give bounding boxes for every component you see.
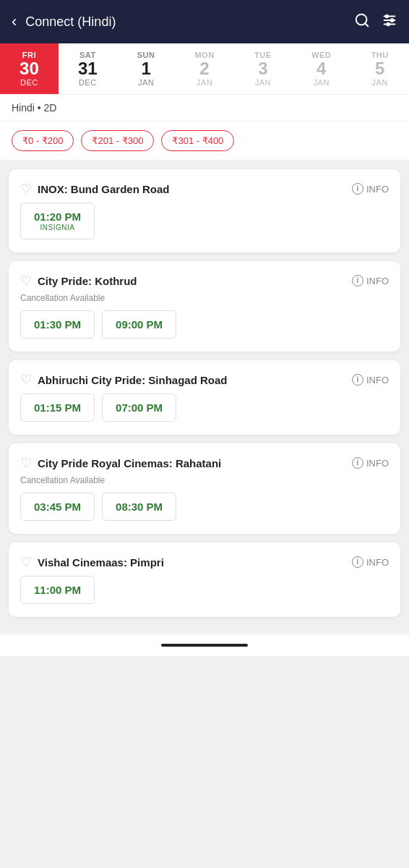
cinema-header: ♡ Vishal Cinemaas: Pimpri i INFO xyxy=(20,554,389,570)
date-month: JAN xyxy=(314,78,330,87)
info-button[interactable]: i INFO xyxy=(352,374,389,386)
favorite-icon[interactable]: ♡ xyxy=(20,554,32,570)
showtime-time: 01:15 PM xyxy=(34,401,81,414)
cinema-name: INOX: Bund Garden Road xyxy=(38,183,170,195)
showtime-button[interactable]: 07:00 PM xyxy=(102,393,176,422)
showtime-time: 11:00 PM xyxy=(34,584,81,596)
cinema-card-city-pride-royal: ♡ City Pride Royal Cinemas: Rahatani i I… xyxy=(9,443,400,534)
showtime-button[interactable]: 08:30 PM xyxy=(102,493,176,521)
favorite-icon[interactable]: ♡ xyxy=(20,181,32,197)
info-button[interactable]: i INFO xyxy=(352,556,389,568)
language-filter-text: Hindi • 2D xyxy=(12,102,56,114)
date-picker: FRI 30 DEC SAT 31 DEC SUN 1 JAN MON 2 JA… xyxy=(0,43,409,95)
showtime-button[interactable]: 01:30 PM xyxy=(20,310,95,339)
back-button[interactable]: ‹ xyxy=(12,14,17,30)
cinema-name: City Pride: Kothrud xyxy=(38,275,137,287)
date-number: 3 xyxy=(258,59,267,78)
showtime-button[interactable]: 03:45 PM xyxy=(20,493,95,521)
date-item-thu-5[interactable]: THU 5 JAN xyxy=(350,43,409,94)
svg-point-5 xyxy=(386,14,389,17)
price-chip-chip-301-400[interactable]: ₹301 - ₹400 xyxy=(161,130,234,151)
showtime-row: 11:00 PM xyxy=(20,576,389,604)
favorite-icon[interactable]: ♡ xyxy=(20,455,32,471)
cinema-name: City Pride Royal Cinemas: Rahatani xyxy=(38,457,221,469)
cinema-name-row: ♡ INOX: Bund Garden Road xyxy=(20,181,170,197)
date-item-sat-31[interactable]: SAT 31 DEC xyxy=(59,43,117,94)
info-button[interactable]: i INFO xyxy=(352,183,389,195)
date-item-tue-3[interactable]: TUE 3 JAN xyxy=(233,43,292,94)
info-circle-icon: i xyxy=(352,275,363,286)
cinema-name-row: ♡ City Pride: Kothrud xyxy=(20,273,137,289)
showtime-row: 01:20 PM INSIGNIA xyxy=(20,203,389,239)
showtime-time: 09:00 PM xyxy=(116,318,163,331)
date-item-sun-1[interactable]: SUN 1 JAN xyxy=(117,43,176,94)
date-number: 2 xyxy=(199,59,209,78)
cancellation-text: Cancellation Available xyxy=(20,475,389,485)
date-month: JAN xyxy=(138,78,154,87)
showtime-time: 01:30 PM xyxy=(34,318,81,331)
price-chip-chip-201-300[interactable]: ₹201 - ₹300 xyxy=(81,130,154,151)
date-item-wed-4[interactable]: WED 4 JAN xyxy=(292,43,350,94)
bottom-bar xyxy=(0,634,409,656)
cinema-name: Abhiruchi City Pride: Sinhagad Road xyxy=(38,374,228,386)
showtime-button[interactable]: 01:15 PM xyxy=(20,393,95,422)
info-label: INFO xyxy=(366,458,389,469)
svg-line-1 xyxy=(365,23,368,26)
price-filter-row: ₹0 - ₹200₹201 - ₹300₹301 - ₹400 xyxy=(0,122,409,161)
date-number: 1 xyxy=(141,59,150,78)
date-number: 31 xyxy=(78,59,98,78)
home-indicator xyxy=(161,644,248,647)
info-label: INFO xyxy=(366,375,389,386)
cinema-name-row: ♡ City Pride Royal Cinemas: Rahatani xyxy=(20,455,221,471)
svg-point-7 xyxy=(387,22,389,25)
app-header: ‹ Connect (Hindi) xyxy=(0,0,409,43)
cinema-name-row: ♡ Vishal Cinemaas: Pimpri xyxy=(20,554,164,570)
date-number: 30 xyxy=(20,59,39,78)
date-month: DEC xyxy=(20,78,38,87)
cinema-list: ♡ INOX: Bund Garden Road i INFO 01:20 PM… xyxy=(0,161,409,634)
showtime-row: 03:45 PM 08:30 PM xyxy=(20,493,389,521)
cinema-header: ♡ Abhiruchi City Pride: Sinhagad Road i … xyxy=(20,372,389,388)
date-item-mon-2[interactable]: MON 2 JAN xyxy=(176,43,234,94)
showtime-row: 01:30 PM 09:00 PM xyxy=(20,310,389,339)
showtime-time: 08:30 PM xyxy=(116,501,163,513)
favorite-icon[interactable]: ♡ xyxy=(20,273,32,289)
showtime-row: 01:15 PM 07:00 PM xyxy=(20,393,389,422)
price-chip-chip-0-200[interactable]: ₹0 - ₹200 xyxy=(12,130,74,151)
date-number: 5 xyxy=(375,59,384,78)
cancellation-text: Cancellation Available xyxy=(20,293,389,303)
info-label: INFO xyxy=(366,276,389,286)
date-month: JAN xyxy=(371,78,387,87)
favorite-icon[interactable]: ♡ xyxy=(20,372,32,388)
cinema-header: ♡ City Pride: Kothrud i INFO xyxy=(20,273,389,289)
cinema-card-city-pride-kothrud: ♡ City Pride: Kothrud i INFO Cancellatio… xyxy=(9,261,400,352)
info-label: INFO xyxy=(366,184,389,195)
date-month: JAN xyxy=(255,78,271,87)
info-button[interactable]: i INFO xyxy=(352,457,389,469)
cinema-name-row: ♡ Abhiruchi City Pride: Sinhagad Road xyxy=(20,372,228,388)
date-item-fri-30[interactable]: FRI 30 DEC xyxy=(0,43,59,94)
cinema-card-vishal-cinemaas: ♡ Vishal Cinemaas: Pimpri i INFO 11:00 P… xyxy=(9,542,400,617)
date-month: DEC xyxy=(79,78,97,87)
cinema-header: ♡ City Pride Royal Cinemas: Rahatani i I… xyxy=(20,455,389,471)
info-button[interactable]: i INFO xyxy=(352,275,389,286)
cinema-card-inox-bund-garden: ♡ INOX: Bund Garden Road i INFO 01:20 PM… xyxy=(9,169,400,252)
showtime-time: 01:20 PM xyxy=(34,210,81,223)
search-icon[interactable] xyxy=(354,12,370,32)
info-circle-icon: i xyxy=(352,374,363,386)
cinema-card-abhiruchi-city-pride: ♡ Abhiruchi City Pride: Sinhagad Road i … xyxy=(9,360,400,435)
header-actions xyxy=(354,12,397,32)
cinema-name: Vishal Cinemaas: Pimpri xyxy=(38,556,164,569)
info-circle-icon: i xyxy=(352,183,363,195)
filter-icon[interactable] xyxy=(382,12,397,32)
svg-point-6 xyxy=(391,19,394,22)
info-circle-icon: i xyxy=(352,556,363,568)
showtime-time: 03:45 PM xyxy=(34,501,81,513)
info-circle-icon: i xyxy=(352,457,363,469)
showtime-label: INSIGNIA xyxy=(40,224,75,231)
showtime-button[interactable]: 11:00 PM xyxy=(20,576,95,604)
showtime-button[interactable]: 01:20 PM INSIGNIA xyxy=(20,203,95,239)
showtime-button[interactable]: 09:00 PM xyxy=(102,310,176,339)
date-number: 4 xyxy=(317,59,326,78)
language-filter-bar: Hindi • 2D xyxy=(0,95,409,122)
